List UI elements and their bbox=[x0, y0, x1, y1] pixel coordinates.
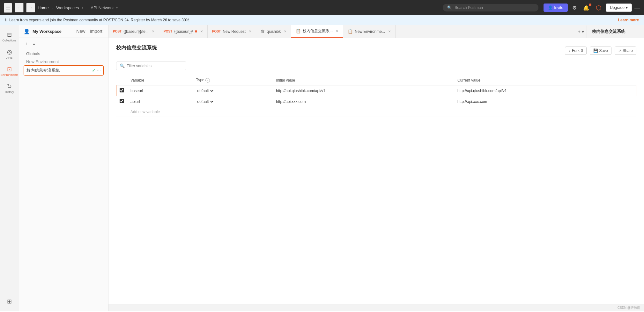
filter-button[interactable]: ≡ bbox=[31, 40, 36, 47]
tab-new-environment[interactable]: 📋 New Environme... ✕ bbox=[343, 25, 396, 38]
apis-icon: ◎ bbox=[7, 48, 12, 55]
type-select[interactable]: default bbox=[196, 88, 214, 93]
upgrade-button[interactable]: Upgrade ▾ bbox=[606, 4, 632, 12]
sidebar-item-collections[interactable]: ⊟ Collections bbox=[1, 29, 18, 45]
new-button[interactable]: New bbox=[75, 28, 86, 34]
save-button[interactable]: 💾 Save bbox=[590, 47, 611, 55]
col-current-value: Current value bbox=[454, 75, 636, 85]
learn-more-link[interactable]: Learn more bbox=[618, 18, 639, 22]
workspace-title: My Workspace bbox=[33, 29, 62, 34]
variables-table: Variable Type i Initial value Current va… bbox=[116, 75, 636, 117]
type-info-icon: i bbox=[205, 78, 210, 83]
tab-label: 校内信息交流系... bbox=[303, 28, 333, 34]
filter-search-icon: 🔍 bbox=[120, 63, 125, 68]
variable-name-cell[interactable]: apiurl bbox=[127, 96, 193, 107]
menu-icon[interactable]: ☰ bbox=[4, 3, 12, 13]
tab-method-icon: POST bbox=[164, 30, 172, 33]
api-network-nav[interactable]: API Network bbox=[91, 5, 114, 10]
notifications-icon[interactable]: 🔔 bbox=[581, 4, 591, 12]
tab-label: New Environme... bbox=[355, 29, 385, 34]
filter-variables-input[interactable]: 🔍 bbox=[116, 62, 186, 70]
tab-close-icon[interactable]: ✕ bbox=[336, 29, 338, 33]
add-icon: ⊞ bbox=[7, 298, 12, 305]
new-environment-item[interactable]: New Environment bbox=[24, 58, 104, 65]
apis-label: APIs bbox=[6, 56, 12, 59]
row-checkbox[interactable] bbox=[120, 99, 124, 103]
initial-value-cell[interactable]: http://api.xxx.com bbox=[273, 96, 454, 107]
type-select[interactable]: default bbox=[196, 99, 214, 104]
home-nav[interactable]: Home bbox=[38, 5, 49, 10]
main-content: POST {{baseurl}}/fe... ✕ POST {{baseurl}… bbox=[108, 25, 644, 311]
sidebar-panel-header: 👤 My Workspace New Import bbox=[19, 25, 108, 38]
search-icon: 🔍 bbox=[447, 5, 452, 10]
share-button[interactable]: ↗ Share bbox=[615, 47, 636, 55]
tab-close-icon[interactable]: ✕ bbox=[200, 30, 203, 33]
tab-label: New Request bbox=[223, 29, 246, 34]
tab-new-request[interactable]: POST New Request ✕ bbox=[208, 25, 256, 38]
sidebar-item-history[interactable]: ↻ History bbox=[1, 80, 18, 96]
col-initial-value: Initial value bbox=[273, 75, 454, 85]
fork-button[interactable]: ⑂ Fork 0 bbox=[565, 47, 587, 55]
history-icon: ↻ bbox=[7, 83, 12, 90]
banner: ℹ Learn from experts and join the Postma… bbox=[0, 15, 644, 25]
environments-icon: ⊡ bbox=[7, 66, 12, 73]
table-row: apiurl default http://api.xxx.com http:/… bbox=[116, 96, 636, 107]
sidebar-item-add[interactable]: ⊞ bbox=[1, 295, 18, 308]
topbar: ☰ ← → Home · Workspaces ▾ · API Network … bbox=[0, 0, 644, 15]
environment-editor-title: 校内信息交流系统 bbox=[116, 45, 157, 51]
filter-variables-field[interactable] bbox=[127, 64, 183, 68]
main-layout: ⊟ Collections ◎ APIs ⊡ Environments ↻ Hi… bbox=[0, 25, 644, 311]
add-tab-button[interactable]: + bbox=[578, 29, 581, 34]
topbar-actions: 👤 Invite ⚙ 🔔 ⬡ Upgrade ▾ — bbox=[544, 3, 640, 13]
minimize-button[interactable]: — bbox=[634, 4, 640, 11]
sidebar-section: + ≡ Globals New Environment 校内信息交流系统 ✓ ·… bbox=[19, 38, 108, 78]
add-environment-button[interactable]: + bbox=[24, 40, 29, 47]
tab-label: {{baseurl}}/fe... bbox=[123, 29, 149, 34]
environments-label: Environments bbox=[1, 73, 18, 76]
env-tab-icon: 📋 bbox=[296, 29, 301, 33]
settings-icon[interactable]: ⚙ bbox=[570, 4, 579, 12]
add-variable-row: Add new variable bbox=[116, 107, 636, 117]
collections-icon: ⊟ bbox=[7, 31, 12, 38]
initial-value-cell[interactable]: http://api.qiushibk.com/api/v1 bbox=[273, 85, 454, 96]
current-value-cell[interactable]: http://api.qiushibk.com/api/v1 bbox=[454, 85, 636, 96]
tab-label: {{baseurl}}/ bbox=[174, 29, 193, 34]
table-row: baseurl default http://api.qiushibk.com/… bbox=[116, 85, 636, 96]
variable-name-cell[interactable]: baseurl bbox=[127, 85, 193, 96]
current-value-cell[interactable]: http://api.xxx.com bbox=[454, 96, 636, 107]
tabs-dropdown-button[interactable]: ▾ bbox=[582, 29, 584, 34]
tab-method-icon: POST bbox=[113, 30, 122, 33]
share-icon: ↗ bbox=[618, 48, 621, 53]
trash-icon: 🗑 bbox=[261, 29, 265, 34]
footer: CSDN @听德雨 bbox=[108, 304, 644, 311]
tab-qiushibk[interactable]: 🗑 qiushibk ✕ bbox=[256, 25, 291, 38]
tab-close-icon[interactable]: ✕ bbox=[388, 30, 391, 33]
banner-text: Learn from experts and join the Postman … bbox=[9, 18, 190, 22]
postman-logo-icon[interactable]: ⬡ bbox=[594, 3, 603, 13]
environment-more-icon[interactable]: ··· bbox=[97, 68, 101, 73]
tab-post-baseurl[interactable]: POST {{baseurl}}/ ✕ bbox=[159, 25, 208, 38]
sidebar-item-environments[interactable]: ⊡ Environments bbox=[1, 63, 18, 79]
banner-icon: ℹ bbox=[5, 18, 7, 22]
sidebar-item-apis[interactable]: ◎ APIs bbox=[1, 46, 18, 62]
workspaces-nav[interactable]: Workspaces bbox=[56, 5, 79, 10]
row-checkbox[interactable] bbox=[120, 88, 124, 92]
back-icon[interactable]: ← bbox=[15, 3, 24, 12]
tab-xiao-nei[interactable]: 📋 校内信息交流系... ✕ bbox=[291, 25, 343, 38]
tab-close-icon[interactable]: ✕ bbox=[249, 30, 251, 33]
environment-item-selected[interactable]: 校内信息交流系统 ✓ ··· bbox=[24, 65, 104, 76]
content-area: 校内信息交流系统 ⑂ Fork 0 💾 Save ↗ Share bbox=[108, 38, 644, 304]
globals-item[interactable]: Globals bbox=[24, 49, 104, 58]
search-bar[interactable]: 🔍 Search Postman bbox=[443, 4, 538, 11]
col-variable: Variable bbox=[127, 75, 193, 85]
tab-post-baseurl-fe[interactable]: POST {{baseurl}}/fe... ✕ bbox=[108, 25, 159, 38]
environment-checkmark-icon: ✓ bbox=[92, 68, 96, 73]
tab-close-icon[interactable]: ✕ bbox=[152, 30, 154, 33]
invite-button[interactable]: 👤 Invite bbox=[544, 4, 568, 12]
forward-icon[interactable]: → bbox=[26, 3, 35, 12]
import-button[interactable]: Import bbox=[88, 28, 104, 34]
env-tab-icon: 📋 bbox=[348, 29, 353, 34]
add-variable-label[interactable]: Add new variable bbox=[127, 107, 636, 117]
tab-close-icon[interactable]: ✕ bbox=[284, 30, 286, 33]
sidebar-icon-panel: ⊟ Collections ◎ APIs ⊡ Environments ↻ Hi… bbox=[0, 25, 19, 311]
